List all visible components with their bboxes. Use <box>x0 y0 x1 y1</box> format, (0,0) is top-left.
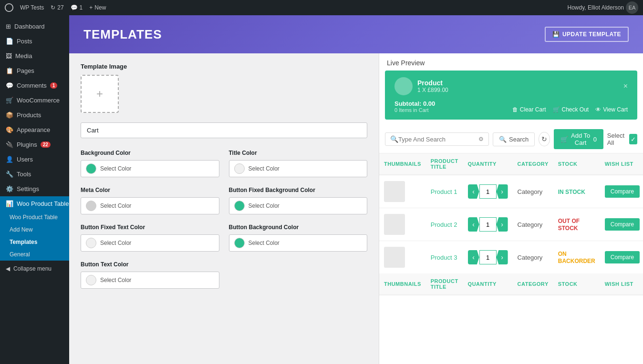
qty-decrease-btn[interactable]: ‹ <box>468 184 479 199</box>
category-text: Category <box>518 221 543 228</box>
view-cart-btn[interactable]: 👁 View Cart <box>595 106 628 113</box>
wp-logo-btn[interactable] <box>5 3 13 12</box>
button-bg-color-field: Button Background Color Select Color <box>229 224 368 252</box>
sidebar-item-posts[interactable]: 📄 Posts <box>0 34 69 49</box>
title-color-btn[interactable]: Select Color <box>229 160 368 177</box>
category-cell: Category <box>513 208 553 241</box>
cart-product-row: Product 1 X £899.00 × <box>394 77 628 95</box>
product-name[interactable]: Product 1 <box>431 188 457 195</box>
sidebar-item-products[interactable]: 📦 Products <box>0 108 69 122</box>
background-color-select-text: Select Color <box>100 165 131 172</box>
button-fixed-bg-color-label: Button Fixed Background Color <box>229 187 368 193</box>
checkout-btn[interactable]: 🛒 Check Out <box>553 106 589 113</box>
template-image-upload[interactable]: + <box>81 75 119 113</box>
submenu-label: Add New <box>10 226 33 233</box>
button-text-color-swatch <box>86 275 96 285</box>
col-thumbnails: THUMBNAILS <box>379 153 426 175</box>
sidebar-item-woo-product-table[interactable]: 📊 Woo Product Table <box>0 196 69 211</box>
submenu-label: Templates <box>10 239 37 245</box>
right-panel: Live Preview Product 1 X £899.00 × Subto… <box>379 53 643 364</box>
compare-btn[interactable]: Compare <box>605 185 640 198</box>
sidebar-item-plugins[interactable]: 🔌 Plugins 22 <box>0 137 69 152</box>
compare-btn[interactable]: Compare <box>605 251 640 263</box>
comments-btn[interactable]: 💬 1 <box>71 4 83 11</box>
stock-status: IN STOCK <box>558 189 585 195</box>
col-category-footer: CATEGORY <box>513 273 553 295</box>
qty-input[interactable] <box>479 184 497 199</box>
filter-icon[interactable]: ⚙ <box>478 136 484 142</box>
qty-decrease-btn[interactable]: ‹ <box>468 217 479 232</box>
update-btn-label: UPDATE TEMPLATE <box>562 31 621 38</box>
qty-increase-btn[interactable]: › <box>497 217 508 232</box>
site-name-btn[interactable]: WP Tests <box>20 4 44 11</box>
comments-badge: 1 <box>50 82 58 89</box>
updates-count: 27 <box>57 4 63 11</box>
search-button[interactable]: 🔍 Search <box>493 132 535 146</box>
update-template-button[interactable]: 💾 UPDATE TEMPLATE <box>545 27 629 42</box>
plus-icon: + <box>89 4 93 11</box>
sidebar-item-users[interactable]: 👤 Users <box>0 152 69 167</box>
product-table: THUMBNAILS PRODUCT TITLE QUANTITY CATEGO… <box>379 153 643 295</box>
clear-cart-btn[interactable]: 🗑 Clear Cart <box>512 106 546 113</box>
sidebar-item-tools[interactable]: 🔧 Tools <box>0 167 69 182</box>
sidebar-item-media[interactable]: 🖼 Media <box>0 49 69 63</box>
sidebar-item-appearance[interactable]: 🎨 Appearance <box>0 122 69 137</box>
button-bg-color-btn[interactable]: Select Color <box>229 234 368 252</box>
button-text-color-label: Button Text Color <box>81 261 219 268</box>
sidebar-item-dashboard[interactable]: ⊞ Dashboard <box>0 19 69 34</box>
product-thumb-cell <box>379 175 426 208</box>
add-to-cart-button[interactable]: 🛒 Add To Cart 0 <box>554 129 603 149</box>
cart-input[interactable] <box>81 122 367 138</box>
col-stock: STOCK <box>553 153 600 175</box>
updates-btn[interactable]: ↻ 27 <box>51 4 63 11</box>
product-name[interactable]: Product 3 <box>431 254 457 261</box>
cart-icon: 🛒 <box>560 136 568 143</box>
sidebar-item-pages[interactable]: 📋 Pages <box>0 63 69 78</box>
cart-product-thumbnail <box>394 77 413 95</box>
meta-color-btn[interactable]: Select Color <box>81 197 219 214</box>
product-thumbnail <box>384 247 405 268</box>
refresh-button[interactable]: ↻ <box>539 132 550 146</box>
product-name-cell: Product 1 <box>426 175 463 208</box>
sidebar-item-label: Comments <box>17 82 47 89</box>
sidebar: ⊞ Dashboard 📄 Posts 🖼 Media 📋 Pages 💬 Co… <box>0 15 69 364</box>
qty-cell: ‹ › <box>463 208 513 241</box>
background-color-label: Background Color <box>81 150 219 156</box>
table-row: Product 2 ‹ › Category <box>379 208 643 241</box>
sidebar-item-comments[interactable]: 💬 Comments 1 <box>0 78 69 93</box>
collapse-menu-btn[interactable]: ◀ Collapse menu <box>0 261 69 277</box>
sidebar-item-woocommerce[interactable]: 🛒 WooCommerce <box>0 93 69 108</box>
product-name[interactable]: Product 2 <box>431 221 457 228</box>
collapse-label: Collapse menu <box>13 265 52 272</box>
qty-decrease-btn[interactable]: ‹ <box>468 250 479 264</box>
qty-increase-btn[interactable]: › <box>497 250 508 264</box>
button-fixed-text-color-btn[interactable]: Select Color <box>81 234 219 252</box>
background-color-btn[interactable]: Select Color <box>81 160 219 177</box>
category-text: Category <box>518 188 543 195</box>
new-content-btn[interactable]: + New <box>89 4 106 11</box>
howdy-user[interactable]: Howdy, Elliot Alderson EA <box>568 1 639 14</box>
search-input[interactable] <box>398 136 478 143</box>
compare-btn[interactable]: Compare <box>605 218 640 231</box>
submenu-item-woo-product-table[interactable]: Woo Product Table <box>0 211 69 223</box>
button-fixed-bg-color-btn[interactable]: Select Color <box>229 197 368 214</box>
table-toolbar: 🔍 ⚙ 🔍 Search ↻ 🛒 Add To Cart 0 <box>379 125 643 153</box>
sidebar-item-label: Pages <box>17 67 34 74</box>
qty-input[interactable] <box>479 250 497 264</box>
submenu-item-general[interactable]: General <box>0 248 69 261</box>
table-icon: 📊 <box>6 200 13 207</box>
search-icon: 🔍 <box>390 135 398 143</box>
qty-increase-btn[interactable]: › <box>497 184 508 199</box>
button-bg-color-label: Button Background Color <box>229 224 368 231</box>
select-all-checkbox[interactable]: ✓ <box>629 134 637 144</box>
col-product-title-footer: PRODUCT TITLE <box>426 273 463 295</box>
button-text-color-btn[interactable]: Select Color <box>81 272 219 289</box>
submenu-item-add-new[interactable]: Add New <box>0 223 69 236</box>
qty-input[interactable] <box>479 217 497 232</box>
table-row: Product 1 ‹ › Category <box>379 175 643 208</box>
cart-close-btn[interactable]: × <box>623 82 628 91</box>
meta-color-select-text: Select Color <box>100 202 131 209</box>
sidebar-item-settings[interactable]: ⚙️ Settings <box>0 182 69 196</box>
sidebar-item-label: Products <box>17 111 41 119</box>
submenu-item-templates[interactable]: Templates <box>0 236 69 248</box>
